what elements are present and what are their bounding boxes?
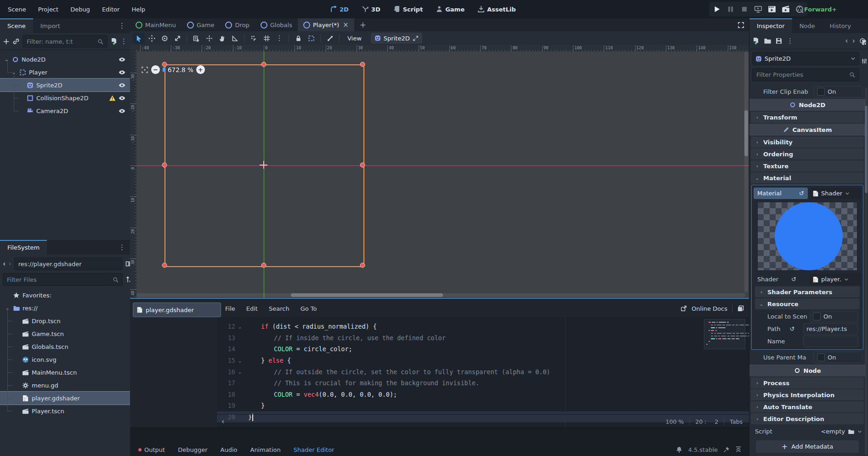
save-resource-icon[interactable] (775, 37, 783, 45)
code-line-16[interactable]: 16⌄// If outside the circle, set the col… (217, 366, 749, 377)
section-auto-translate[interactable]: ›Auto Translate (751, 401, 864, 412)
lock-selected-button[interactable] (292, 33, 304, 44)
code-line-12[interactable]: 12⌄if (dist < radius_normalized) { (217, 321, 749, 332)
section-editor-description[interactable]: ›Editor Description (751, 413, 864, 424)
group-selected-button[interactable] (305, 33, 317, 44)
history-forward-icon[interactable]: › (852, 37, 855, 45)
revert-icon[interactable]: ↺ (791, 276, 796, 283)
load-script-icon[interactable] (848, 428, 854, 435)
position-select-tool[interactable] (203, 33, 215, 44)
visibility-eye-icon[interactable] (119, 69, 125, 76)
history-back-icon[interactable]: ‹ (3, 260, 6, 268)
selection-handle[interactable] (162, 162, 167, 167)
revert-icon[interactable]: ↺ (799, 190, 804, 197)
selection-handle[interactable] (162, 263, 167, 268)
movie-maker-button[interactable] (795, 5, 804, 13)
file-player-tscn[interactable]: Player.tscn (0, 405, 130, 417)
new-resource-icon[interactable] (752, 37, 760, 45)
context-tab-game[interactable]: Game (436, 6, 465, 13)
context-tab-3d[interactable]: 3D (362, 6, 380, 13)
section-material[interactable]: ⌄Material (751, 172, 864, 183)
pin-bottom-panel-icon[interactable] (723, 446, 730, 453)
menu-help[interactable]: Help (125, 0, 151, 18)
menu-editor[interactable]: Editor (96, 0, 125, 18)
expander-icon[interactable]: ⌄ (11, 69, 17, 75)
scene-node-collisionshape2d[interactable]: CollisionShape2D (0, 91, 130, 104)
file-globals-tscn[interactable]: Globals.tscn (0, 340, 130, 353)
add-node-button[interactable]: + (3, 37, 10, 46)
scene-tab-player[interactable]: Player(*)× (298, 18, 354, 31)
scene-node-camera2d[interactable]: Camera2D (0, 104, 130, 117)
zoom-percent-button[interactable]: 672.8 % (168, 66, 193, 74)
scene-tab-globals[interactable]: Globals (255, 18, 298, 31)
section-texture[interactable]: ›Texture (751, 160, 864, 171)
h-scrollbar[interactable] (136, 293, 745, 297)
online-docs-button[interactable]: Online Docs (692, 305, 727, 312)
fold-icon[interactable]: ⌄ (235, 369, 244, 374)
current-path-field[interactable]: res://player.gdshader (14, 257, 123, 270)
scene-tab-drop[interactable]: Drop (220, 18, 255, 31)
selection-handle[interactable] (261, 263, 266, 268)
view-menu[interactable]: View (343, 35, 366, 42)
visibility-eye-icon[interactable] (119, 95, 125, 102)
load-resource-icon[interactable] (764, 37, 771, 45)
indent-mode-label[interactable]: Tabs (730, 418, 743, 425)
scene-node-sprite2d[interactable]: Sprite2D (0, 79, 130, 91)
checkbox-field[interactable]: On (814, 86, 862, 97)
shader-type-chip[interactable]: Shader (810, 188, 861, 199)
section-visibility[interactable]: ›Visibility (751, 137, 864, 148)
menu-project[interactable]: Project (32, 0, 64, 18)
history-forward-icon[interactable]: › (8, 260, 11, 268)
material-value-button[interactable]: Material↺ (754, 188, 808, 199)
expand-bottom-panel-icon[interactable] (735, 446, 742, 453)
renderer-badge[interactable]: Forward+ (804, 0, 837, 18)
zoom-out-button[interactable]: − (151, 65, 160, 74)
context-tab-2d[interactable]: 2D (330, 6, 349, 13)
filesystem-dock-menu-icon[interactable]: ⋮ (114, 240, 130, 255)
tab-inspector[interactable]: Inspector (749, 18, 792, 33)
warning-icon[interactable] (109, 95, 116, 102)
bottom-tab-audio[interactable]: Audio (215, 446, 243, 453)
checkbox-icon[interactable] (817, 353, 825, 361)
inspector-filter-input[interactable]: Filter Properties (752, 68, 859, 81)
open-docs-icon[interactable] (861, 40, 868, 46)
viewport-canvas[interactable]: − 672.8 % + (136, 51, 749, 298)
code-line-17[interactable]: 17// This is crucial for making the back… (217, 377, 749, 389)
section-physics-interpolation[interactable]: ›Physics Interpolation (751, 389, 864, 400)
checkbox-icon[interactable] (813, 313, 821, 320)
file-player-gdshader[interactable]: player.gdshader (0, 392, 130, 405)
checkbox-icon[interactable] (817, 88, 825, 96)
tab-import[interactable]: Import (33, 18, 68, 33)
section-shader-parameters[interactable]: ›Shader Parameters (755, 286, 860, 297)
zoom-in-button[interactable]: + (196, 65, 205, 74)
menu-debug[interactable]: Debug (64, 0, 96, 18)
v-scrollbar[interactable] (744, 51, 748, 292)
list-select-tool[interactable] (190, 33, 202, 44)
tab-filesystem[interactable]: FileSystem (0, 240, 47, 255)
checkbox-field[interactable]: On (810, 311, 858, 322)
edited-node-selector[interactable]: Sprite2D (752, 52, 859, 65)
pan-tool[interactable] (216, 33, 228, 44)
shader-menu-go-to[interactable]: Go To (295, 305, 322, 312)
context-node-button[interactable]: Sprite2D (371, 33, 422, 44)
float-panel-icon[interactable] (737, 305, 744, 312)
snap-options-menu[interactable]: ⋮ (273, 33, 285, 44)
pause-button[interactable] (726, 5, 735, 13)
tab-node[interactable]: Node (792, 18, 823, 33)
scene-node-player[interactable]: ⌄Player (0, 66, 130, 79)
code-line-13[interactable]: 13// If inside the circle, use the defin… (217, 332, 749, 344)
visibility-eye-icon[interactable] (119, 56, 125, 63)
shader-file-item[interactable]: player.gdshader (133, 302, 221, 317)
fold-icon[interactable]: ⌄ (235, 358, 244, 363)
bottom-tab-output[interactable]: Output (133, 446, 170, 453)
selection-handle[interactable] (261, 62, 266, 67)
play-button[interactable] (713, 5, 721, 13)
section-process[interactable]: ›Process (751, 377, 864, 388)
section-ordering[interactable]: ›Ordering (751, 148, 864, 160)
toggle-distraction-free-button[interactable] (733, 18, 749, 31)
skeleton-options-menu[interactable] (324, 33, 336, 44)
shader-menu-search[interactable]: Search (264, 305, 295, 312)
code-line-14[interactable]: 14COLOR = circle_color; (217, 343, 749, 355)
script-menu-icon[interactable] (857, 429, 862, 434)
scene-dock-menu-icon[interactable]: ⋮ (114, 18, 130, 33)
